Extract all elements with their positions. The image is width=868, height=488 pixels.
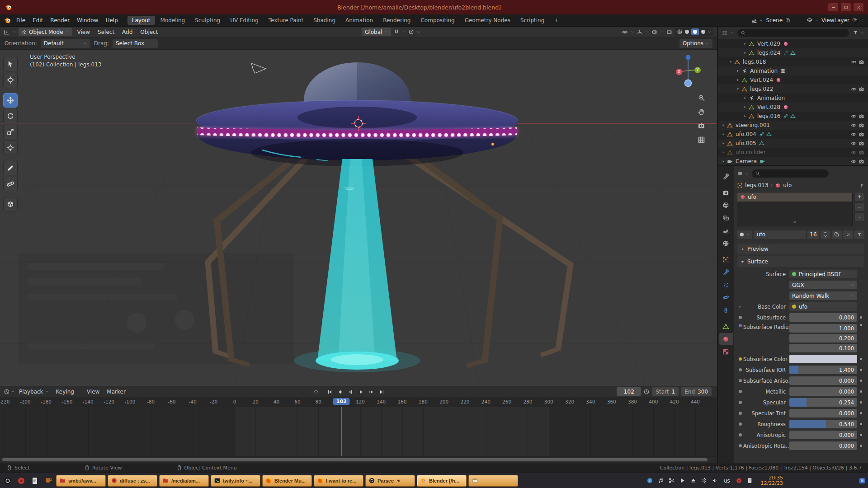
hide-render-toggle[interactable] <box>859 59 864 65</box>
tool-select-box[interactable] <box>3 57 18 71</box>
titlebar[interactable]: Blender [/home/amalie/Desktop/blender/uf… <box>0 0 868 14</box>
new-material-button[interactable] <box>832 230 842 239</box>
users-count-button[interactable]: 16 <box>807 230 819 239</box>
tab-material-tab[interactable] <box>719 333 733 345</box>
shading-material-icon[interactable] <box>692 29 698 35</box>
breadcrumb-object[interactable]: legs.013 <box>745 182 768 188</box>
material-slots-list[interactable]: ufo <box>737 192 853 226</box>
tri-right-icon[interactable] <box>743 114 747 118</box>
prop-subsurface-color[interactable] <box>789 355 857 363</box>
viewport-menu-view[interactable]: View <box>75 29 93 35</box>
drag-dropdown[interactable]: Select Box <box>113 39 158 48</box>
tool-cursor[interactable] <box>3 73 18 87</box>
base-color-texture-button[interactable]: ufo <box>789 302 857 311</box>
timeline-menu-keying[interactable]: Keying <box>53 389 83 395</box>
tool-rotate[interactable] <box>3 109 18 123</box>
animate-dot[interactable] <box>860 412 862 414</box>
hide-viewport-toggle[interactable] <box>851 158 857 164</box>
show-desktop-corner[interactable] <box>858 477 866 485</box>
key-prev-button[interactable] <box>335 387 345 396</box>
outliner-row-vert-029[interactable]: Vert.029 <box>718 39 868 48</box>
window-maximize-button[interactable] <box>841 3 851 11</box>
slot-specials-button[interactable] <box>854 213 864 222</box>
editor-3d-icon[interactable] <box>4 29 10 35</box>
music-tray[interactable] <box>657 477 664 484</box>
hide-render-toggle[interactable] <box>859 140 864 146</box>
add-slot-button[interactable] <box>854 192 864 201</box>
tri-right-icon[interactable] <box>738 305 742 309</box>
breadcrumb-material[interactable]: ufo <box>783 182 792 188</box>
ortho-toggle-control[interactable] <box>698 136 705 144</box>
tool-scale[interactable] <box>3 125 18 139</box>
play-fwd-button[interactable] <box>356 387 366 396</box>
pan-control[interactable] <box>698 108 705 116</box>
material-filter-button[interactable] <box>854 230 864 239</box>
shading-render-icon[interactable] <box>700 29 706 35</box>
app-doc-right[interactable] <box>746 477 753 484</box>
hide-viewport-toggle[interactable] <box>851 149 857 155</box>
tab-texture-tab[interactable] <box>719 346 733 357</box>
chevron-down-icon[interactable] <box>660 30 664 34</box>
workspace-tab-uv-editing[interactable]: UV Editing <box>226 16 263 25</box>
end-frame-field[interactable]: End300 <box>681 387 712 396</box>
tri-right-icon[interactable] <box>743 42 747 46</box>
tri-right-icon[interactable] <box>722 123 725 127</box>
workspace-tab-animation[interactable]: Animation <box>341 16 377 25</box>
properties-search[interactable] <box>752 169 829 178</box>
prop-subsurface-aniso[interactable]: 0.000 <box>789 376 857 385</box>
chevron-down-icon[interactable] <box>11 389 15 394</box>
gizmo-icon[interactable] <box>637 29 643 35</box>
tri-down-icon[interactable] <box>729 60 732 64</box>
app-cup-launcher[interactable] <box>42 475 54 487</box>
prop-subsurface[interactable]: 0.000 <box>789 313 857 322</box>
info-tray[interactable] <box>646 477 653 484</box>
zoom-control[interactable] <box>698 94 705 102</box>
prop-specular[interactable]: 0.254 <box>789 398 857 407</box>
prop-specular-tint[interactable]: 0.000 <box>789 409 857 418</box>
funnel-icon[interactable] <box>853 30 859 36</box>
chevron-down-icon[interactable] <box>12 30 16 34</box>
proportional-icon[interactable] <box>408 29 414 35</box>
animate-dot[interactable] <box>860 369 862 371</box>
tool-transform[interactable] <box>3 141 18 155</box>
prop-anisotropic[interactable]: 0.000 <box>789 431 857 439</box>
clock-icon[interactable] <box>4 389 10 395</box>
workspace-tab-scripting[interactable]: Scripting <box>516 16 549 25</box>
menu-edit[interactable]: Edit <box>29 16 47 25</box>
x-icon[interactable] <box>793 18 797 23</box>
tab-scene-tab[interactable] <box>719 225 733 236</box>
tab-modifiers-tab[interactable] <box>719 266 733 278</box>
material-slot[interactable]: ufo <box>737 192 852 202</box>
browse-material-button[interactable] <box>737 230 752 239</box>
prop-metallic[interactable]: 0.000 <box>789 387 857 396</box>
tab-constraints-tab[interactable] <box>719 304 733 316</box>
hide-viewport-toggle[interactable] <box>851 140 857 146</box>
shading-wire-icon[interactable] <box>677 29 683 35</box>
prop-roughness[interactable]: 0.540 <box>789 420 857 428</box>
workspace-tab-texture-paint[interactable]: Texture Paint <box>264 16 308 25</box>
window-minimize-button[interactable] <box>828 3 838 11</box>
workspace-tab-compositing[interactable]: Compositing <box>416 16 459 25</box>
hide-render-toggle[interactable] <box>859 86 864 92</box>
outliner-row-animation[interactable]: Animation <box>718 66 868 75</box>
copy-icon[interactable] <box>785 18 791 23</box>
outliner-row-legs-022[interactable]: legs.022 <box>718 84 868 94</box>
surface-shader-button[interactable]: Principled BSDF <box>789 270 857 278</box>
tool-annotate[interactable] <box>3 161 18 175</box>
jump-start-button[interactable] <box>325 387 335 396</box>
animate-dot[interactable] <box>860 445 862 447</box>
volume-tray[interactable] <box>712 477 718 484</box>
add-workspace-button[interactable]: + <box>550 16 563 25</box>
animate-dot[interactable] <box>860 380 862 382</box>
animate-dot[interactable] <box>860 434 862 436</box>
taskbar-window-untitled[interactable] <box>468 475 518 487</box>
workspace-tab-shading[interactable]: Shading <box>309 16 340 25</box>
tool-move[interactable] <box>3 93 18 108</box>
editor-outliner-icon[interactable] <box>722 30 728 36</box>
tri-right-icon[interactable] <box>722 141 725 145</box>
pin-icon[interactable] <box>859 183 864 188</box>
taskbar-window-media-am[interactable]: /media/am... <box>159 475 209 487</box>
outliner-row-vert-024[interactable]: Vert.024 <box>718 75 868 84</box>
play-tray[interactable] <box>679 477 686 484</box>
hide-render-toggle[interactable] <box>859 158 864 164</box>
